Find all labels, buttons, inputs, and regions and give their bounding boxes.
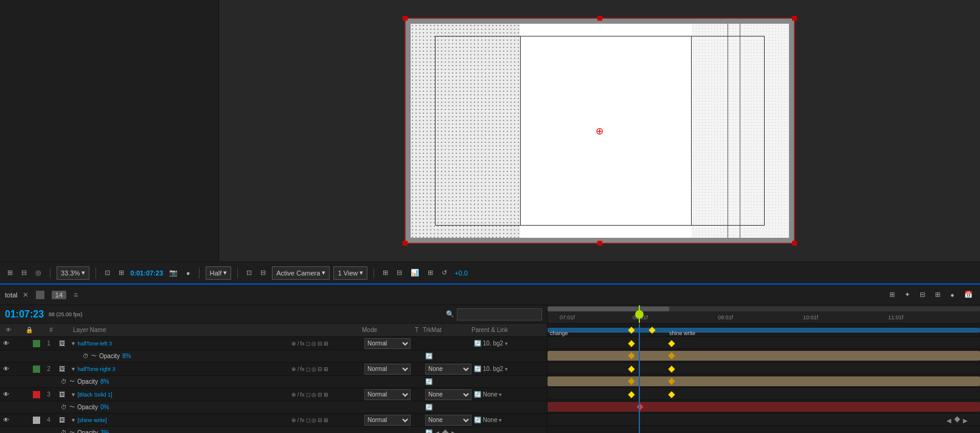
preview-time[interactable]: 0:01:07:23 [130,269,163,277]
tl-btn1[interactable]: ⊞ [887,289,897,300]
thumb-4: 🖼 [56,417,68,423]
num-1: 1 [41,340,56,347]
opacity-val-3[interactable]: 0% [100,404,109,410]
kf-sub-2a[interactable] [628,365,634,372]
camera-dropdown[interactable]: Active Camera ▾ [272,266,330,280]
eye-2[interactable]: 👁 [0,365,12,372]
graph-btn[interactable]: 📊 [408,268,422,278]
label-1 [32,340,41,347]
timeline-scrollbar[interactable] [547,307,980,311]
preview-mode-btn[interactable]: ⊞ [5,268,15,278]
eye-3[interactable]: 👁 [0,391,12,398]
preview-canvas: ⊕ [405,18,794,243]
track-area: 07:01f 08:01f 09:01f 10:01f 11:01f chang… [547,305,980,433]
opacity-label-2: Opacity [77,378,98,385]
export-btn[interactable]: ⊞ [380,268,391,278]
handle-tm[interactable] [597,16,602,21]
handle-bl[interactable] [403,241,408,246]
stopwatch-4[interactable]: ⏱ [61,429,67,433]
kf-sub-1a[interactable] [628,340,634,347]
trkmat-select-2[interactable]: None [425,364,471,375]
kf-sub-3a[interactable] [628,391,634,398]
mode-3[interactable]: Normal [364,389,413,400]
stopwatch-2[interactable]: ⏱ [61,378,67,385]
expand-1[interactable]: ▼ halfTone-left 3 [68,341,290,347]
view-mode-chevron: ▾ [223,269,227,277]
tl-btn4[interactable]: ⊞ [933,289,943,300]
trkmat-4[interactable]: None [425,415,474,426]
tl-btn6[interactable]: 📅 [962,289,975,300]
mode-select-2[interactable]: Normal [364,364,411,375]
half-dropdown[interactable]: Half ▾ [206,266,232,280]
grid-btn[interactable]: ⊟ [19,268,29,278]
col-header-parent: Parent & Link [471,327,544,333]
eye-1[interactable]: 👁 [0,340,12,347]
mode-4[interactable]: Normal [364,415,413,426]
tl-btn5[interactable]: ● [948,290,957,300]
region-btn[interactable]: ⊟ [258,268,268,278]
expand-3[interactable]: ▼ [Black Solid 1] [68,392,290,398]
mode-1[interactable]: Normal [364,338,413,349]
trkmat-select-4[interactable]: None [425,415,471,426]
opacity-label-1: Opacity [99,353,120,359]
mode-select-1[interactable]: Normal [364,338,411,349]
trkmat-3[interactable]: None [425,389,474,400]
stopwatch-1[interactable]: ⏱ [83,353,89,359]
mode-2[interactable]: Normal [364,364,413,375]
num-4: 4 [41,417,56,423]
handle-br[interactable] [792,241,797,246]
render-btn[interactable]: ⊟ [394,268,405,278]
handle-tl[interactable] [403,16,408,21]
vline3 [728,24,728,238]
kf-nav-4b[interactable]: ▶ [451,430,456,434]
comp-btn[interactable]: ⊡ [244,268,254,278]
resolution-btn[interactable]: ⊞ [116,268,127,278]
eye-4[interactable]: 👁 [0,417,12,423]
layer-sub-row-2-opacity: ⏱ 〜 Opacity 8% 🔄 [0,376,547,388]
track-bar-1: change shine write [547,328,980,333]
scrollbar-thumb[interactable] [547,307,669,311]
icons-4: ⊕ / fx ◻ ◎ ⊟ ⊞ [291,417,364,423]
zoom-value: 33.3% [61,269,80,277]
kf-next-4[interactable]: ▶ [963,417,968,424]
spiral-4: 🔄 [425,429,433,433]
sub-right-4: 🔄 ◀ ▶ [425,429,547,433]
expand-4[interactable]: ▼ [shine write] [68,417,290,423]
kf-nav-4a[interactable]: ◀ [435,430,439,434]
kf-sub-1b[interactable] [668,340,675,347]
trkmat-select-3[interactable]: None [425,389,471,400]
snapshot-btn[interactable]: 📷 [167,268,180,278]
mode-select-4[interactable]: Normal [364,415,411,426]
handle-tr[interactable] [792,16,797,21]
view-mode-value: Half [210,269,222,277]
menu-icon[interactable]: ≡ [74,291,78,299]
network-btn[interactable]: ⊞ [425,268,436,278]
timeline-tab-name[interactable]: total [5,291,18,299]
stopwatch-3[interactable]: ⏱ [61,404,67,410]
fit-btn[interactable]: ⊡ [102,268,113,278]
zoom-dropdown[interactable]: 33.3% ▾ [57,266,89,280]
sub-right-1: 🔄 [425,353,547,359]
opacity-val-2[interactable]: 8% [100,378,109,385]
label-2 [32,365,41,373]
opacity-label-3: Opacity [77,404,98,410]
playhead[interactable] [639,305,640,323]
tl-btn3[interactable]: ⊟ [917,289,928,300]
opacity-val-1[interactable]: 8% [122,353,131,359]
kf-prev-4[interactable]: ◀ [947,417,951,424]
mask-btn[interactable]: ◎ [33,268,44,278]
colorpicker-btn[interactable]: ● [184,268,193,278]
reset-btn[interactable]: ↺ [439,268,450,278]
timeline-close-btn[interactable]: ✕ [23,291,29,299]
trkmat-2[interactable]: None [425,364,474,375]
mode-select-3[interactable]: Normal [364,389,411,400]
search-input[interactable] [457,308,542,320]
expand-2[interactable]: ▼ halfTone-right 3 [68,366,290,372]
kf-sub-3b[interactable] [668,391,675,398]
handle-bm[interactable] [597,241,602,246]
view-count-dropdown[interactable]: 1 View ▾ [333,266,367,280]
kf-sub-2b[interactable] [668,365,675,372]
tl-btn2[interactable]: ✦ [902,289,912,300]
opacity-val-4[interactable]: 3% [100,429,109,433]
spiral-3: 🔄 [425,404,433,410]
